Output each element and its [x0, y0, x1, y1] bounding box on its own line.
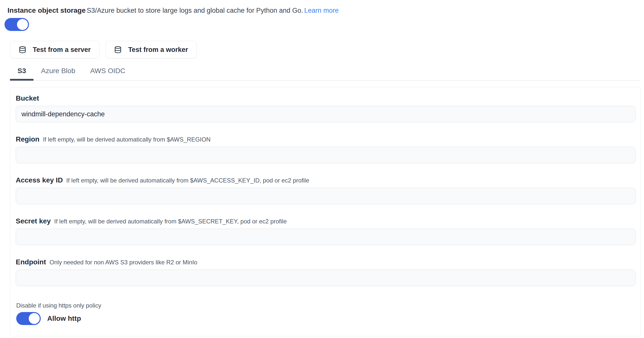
access-key-id-field: Access key ID If left empty, will be der…	[16, 176, 635, 204]
section-header: Instance object storage S3/Azure bucket …	[8, 6, 644, 15]
region-helper: If left empty, will be derived automatic…	[43, 136, 210, 143]
endpoint-field: Endpoint Only needed for non AWS S3 prov…	[16, 258, 635, 286]
tab-azure-blob[interactable]: Azure Blob	[34, 63, 83, 81]
tab-aws-oidc[interactable]: AWS OIDC	[83, 63, 133, 81]
region-label: Region	[16, 135, 40, 143]
page-title: Instance object storage	[8, 6, 86, 14]
allow-http-toggle[interactable]	[16, 312, 41, 325]
storage-provider-tabs: S3 Azure Blob AWS OIDC	[10, 63, 641, 81]
s3-settings-panel: Bucket Region If left empty, will be der…	[10, 87, 641, 336]
toggle-knob	[29, 313, 40, 324]
database-icon	[114, 46, 122, 53]
endpoint-helper: Only needed for non AWS S3 providers lik…	[50, 259, 197, 266]
toggle-knob	[17, 19, 28, 30]
test-from-worker-button[interactable]: Test from a worker	[106, 41, 197, 58]
allow-http-section: Disable if using https only policy Allow…	[16, 302, 635, 325]
access-key-id-label: Access key ID	[16, 176, 63, 184]
bucket-label: Bucket	[16, 94, 39, 102]
endpoint-input[interactable]	[16, 270, 636, 286]
region-field: Region If left empty, will be derived au…	[16, 135, 635, 163]
access-key-id-helper: If left empty, will be derived automatic…	[66, 177, 309, 184]
page-description: S3/Azure bucket to store large logs and …	[87, 7, 303, 14]
test-from-server-label: Test from a server	[33, 46, 91, 54]
bucket-field: Bucket	[16, 94, 635, 122]
instance-object-storage-settings: Instance object storage S3/Azure bucket …	[0, 0, 644, 336]
secret-key-helper: If left empty, will be derived automatic…	[54, 218, 287, 225]
learn-more-link[interactable]: Learn more	[304, 7, 339, 14]
allow-http-label: Allow http	[47, 315, 81, 323]
test-from-server-button[interactable]: Test from a server	[10, 41, 100, 58]
test-from-worker-label: Test from a worker	[128, 46, 188, 54]
allow-http-note: Disable if using https only policy	[16, 302, 635, 309]
access-key-id-input[interactable]	[16, 188, 636, 204]
test-actions: Test from a server Test from a worker	[10, 41, 644, 58]
database-icon	[19, 46, 26, 53]
object-storage-toggle[interactable]	[4, 18, 29, 31]
secret-key-field: Secret key If left empty, will be derive…	[16, 217, 635, 245]
region-input[interactable]	[16, 147, 636, 163]
endpoint-label: Endpoint	[16, 258, 46, 266]
secret-key-label: Secret key	[16, 217, 51, 225]
tab-s3[interactable]: S3	[10, 63, 34, 81]
bucket-input[interactable]	[16, 106, 636, 122]
secret-key-input[interactable]	[16, 229, 636, 245]
